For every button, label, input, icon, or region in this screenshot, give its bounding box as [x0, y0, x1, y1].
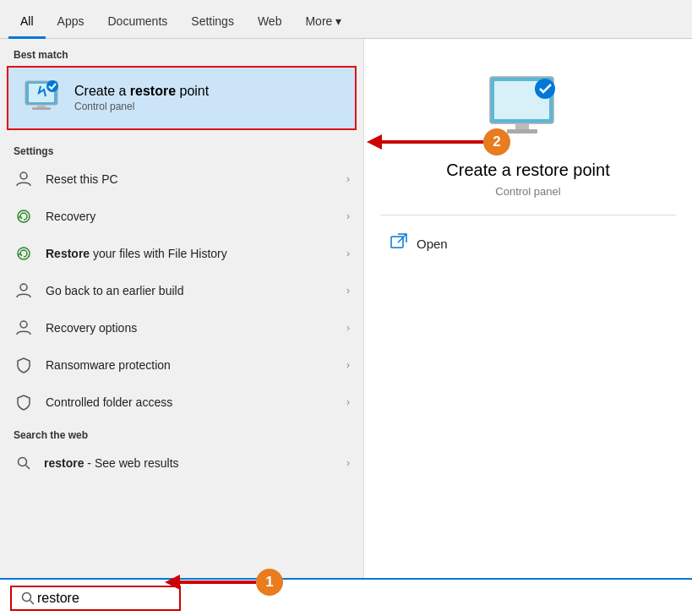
right-panel-subtitle: Control panel [495, 185, 560, 198]
best-match-title: Create a restore point [74, 84, 209, 99]
nav-tabs: All Apps Documents Settings Web More ▾ [0, 0, 692, 39]
right-panel-icon [486, 73, 570, 149]
web-search-header: Search the web [0, 421, 363, 444]
list-item-left: Go back to an earlier build [14, 281, 183, 301]
recovery-options-label: Recovery options [46, 321, 137, 335]
tab-settings[interactable]: Settings [179, 6, 246, 39]
svg-point-5 [20, 172, 27, 179]
chevron-icon: › [346, 359, 350, 371]
svg-line-18 [398, 234, 406, 243]
tab-documents[interactable]: Documents [95, 6, 179, 39]
web-search-item[interactable]: restore - See web results › [0, 444, 363, 482]
chevron-icon: › [346, 285, 350, 297]
web-search-text: restore - See web results [44, 456, 179, 470]
pc-icon-large [486, 74, 570, 148]
list-item-recovery-options[interactable]: Recovery options › [0, 309, 363, 346]
tab-apps[interactable]: Apps [46, 6, 96, 39]
best-match-subtitle: Control panel [74, 101, 209, 112]
open-button[interactable]: Open [364, 232, 448, 255]
panel-divider [380, 215, 675, 215]
recovery-options-icon [14, 318, 34, 338]
left-panel: Best match [0, 39, 363, 578]
pc-icon-small [22, 79, 63, 117]
recovery-label: Recovery [46, 210, 95, 223]
list-item-go-back[interactable]: Go back to an earlier build › [0, 272, 363, 309]
list-item-controlled-folder[interactable]: Controlled folder access › [0, 384, 363, 421]
list-item-left: Ransomware protection [14, 355, 171, 375]
svg-point-10 [19, 458, 27, 466]
right-panel: Create a restore point Control panel Ope… [363, 39, 692, 578]
list-item-ransomware[interactable]: Ransomware protection › [0, 346, 363, 384]
restore-files-label: Restore your files with File History [46, 247, 227, 260]
list-item-left: Reset this PC [14, 169, 118, 189]
svg-line-20 [30, 600, 35, 604]
person-icon [14, 169, 34, 189]
list-item-left: Controlled folder access [14, 392, 172, 412]
best-match-text: Create a restore point Control panel [74, 84, 209, 112]
svg-rect-17 [391, 237, 403, 248]
list-item-left: Recovery [14, 206, 95, 226]
chevron-icon: › [346, 210, 350, 222]
svg-point-9 [20, 321, 27, 328]
reset-pc-label: Reset this PC [46, 172, 118, 186]
ransomware-label: Ransomware protection [46, 358, 171, 372]
right-panel-title: Create a restore point [446, 161, 609, 180]
best-match-item[interactable]: Create a restore point Control panel [7, 66, 357, 130]
svg-point-8 [20, 284, 27, 291]
go-back-label: Go back to an earlier build [46, 284, 183, 297]
search-icon [19, 589, 37, 608]
svg-point-19 [23, 592, 31, 601]
svg-point-14 [535, 79, 555, 99]
tab-all[interactable]: All [8, 6, 46, 39]
settings-header: Settings [0, 137, 363, 161]
recovery-icon [14, 206, 34, 226]
go-back-icon [14, 281, 34, 301]
svg-rect-16 [507, 129, 537, 134]
search-input[interactable] [37, 591, 172, 606]
list-item-restore-files[interactable]: Restore your files with File History › [0, 235, 363, 272]
best-match-header: Best match [0, 39, 363, 66]
list-item-recovery[interactable]: Recovery › [0, 198, 363, 235]
svg-line-11 [26, 466, 30, 470]
web-search-left: restore - See web results [14, 453, 179, 473]
open-icon [390, 232, 408, 255]
search-web-icon [14, 453, 34, 473]
shield-icon [14, 355, 34, 375]
search-bar [0, 578, 692, 616]
chevron-icon: › [346, 457, 350, 469]
chevron-icon: › [346, 322, 350, 334]
list-item-left: Restore your files with File History [14, 243, 227, 264]
chevron-icon: › [346, 173, 350, 185]
main-container: Best match [0, 39, 692, 578]
best-match-icon [22, 78, 63, 118]
list-item-left: Recovery options [14, 318, 137, 338]
chevron-icon: › [346, 396, 350, 408]
open-label: Open [417, 237, 448, 251]
list-item-reset-pc[interactable]: Reset this PC › [0, 161, 363, 198]
svg-rect-3 [32, 107, 51, 110]
tab-web[interactable]: Web [246, 6, 294, 39]
controlled-folder-label: Controlled folder access [46, 395, 172, 409]
shield-folder-icon [14, 392, 34, 412]
chevron-icon: › [346, 248, 350, 259]
svg-rect-15 [515, 123, 529, 130]
restore-files-icon [14, 243, 34, 264]
tab-more[interactable]: More ▾ [293, 6, 353, 39]
svg-point-4 [46, 80, 58, 92]
